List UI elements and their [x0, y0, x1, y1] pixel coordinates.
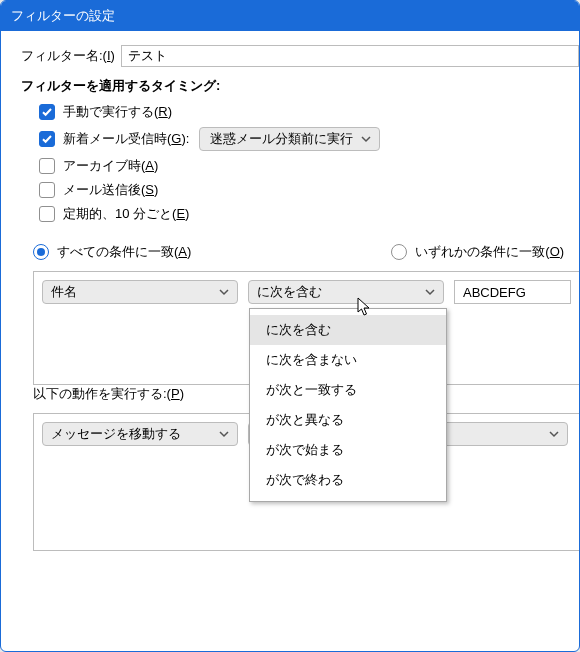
- checkbox-label: メール送信後(S): [63, 181, 158, 199]
- chevron-down-icon: [219, 287, 229, 297]
- action-type-select[interactable]: メッセージを移動する: [42, 422, 238, 446]
- timing-section-title: フィルターを適用するタイミング:: [21, 77, 579, 95]
- condition-field-select[interactable]: 件名: [42, 280, 238, 304]
- radio-label: いずれかの条件に一致(O): [415, 243, 564, 261]
- filter-name-input[interactable]: [121, 45, 579, 67]
- checkbox-periodic[interactable]: 定期的、10 分ごと(E): [39, 205, 579, 223]
- chevron-down-icon: [549, 429, 559, 439]
- checkbox-on-new-mail[interactable]: 新着メール受信時(G): 迷惑メール分類前に実行: [39, 127, 579, 151]
- condition-value-input[interactable]: [454, 280, 571, 304]
- titlebar: フィルターの設定: [1, 1, 579, 31]
- checkbox-on-archive[interactable]: アーカイブ時(A): [39, 157, 579, 175]
- match-mode-row: すべての条件に一致(A) いずれかの条件に一致(O): [33, 243, 579, 261]
- checkbox-run-manually[interactable]: 手動で実行する(R): [39, 103, 579, 121]
- checkbox-label: 手動で実行する(R): [63, 103, 172, 121]
- checkbox-box: [39, 158, 55, 174]
- menu-item[interactable]: が次で終わる: [250, 465, 446, 495]
- checkbox-box: [39, 104, 55, 120]
- checkbox-after-send[interactable]: メール送信後(S): [39, 181, 579, 199]
- checkbox-label: 定期的、10 分ごと(E): [63, 205, 189, 223]
- chevron-down-icon: [425, 287, 435, 297]
- radio-match-all[interactable]: [33, 244, 49, 260]
- filter-name-label: フィルター名:(I): [21, 47, 115, 65]
- checkbox-label: アーカイブ時(A): [63, 157, 158, 175]
- operator-dropdown-menu: に次を含む に次を含まない が次と一致する が次と異なる が次で始まる が次で終…: [249, 308, 447, 502]
- checkbox-label: 新着メール受信時(G):: [63, 130, 189, 148]
- chevron-down-icon: [219, 429, 229, 439]
- chevron-down-icon: [361, 134, 371, 144]
- menu-item[interactable]: に次を含む: [250, 315, 446, 345]
- menu-item[interactable]: が次と一致する: [250, 375, 446, 405]
- menu-item[interactable]: に次を含まない: [250, 345, 446, 375]
- menu-item[interactable]: が次と異なる: [250, 405, 446, 435]
- filter-name-row: フィルター名:(I): [21, 45, 579, 67]
- menu-item[interactable]: が次で始まる: [250, 435, 446, 465]
- checkbox-box: [39, 206, 55, 222]
- radio-label: すべての条件に一致(A): [57, 243, 191, 261]
- filter-settings-window: フィルターの設定 フィルター名:(I) フィルターを適用するタイミング: 手動で…: [0, 0, 580, 652]
- radio-match-any[interactable]: [391, 244, 407, 260]
- window-title: フィルターの設定: [11, 7, 115, 25]
- checkbox-box: [39, 182, 55, 198]
- condition-operator-select[interactable]: に次を含む: [248, 280, 444, 304]
- checkbox-box: [39, 131, 55, 147]
- condition-row: 件名 に次を含む: [42, 280, 571, 304]
- new-mail-when-select[interactable]: 迷惑メール分類前に実行: [199, 127, 380, 151]
